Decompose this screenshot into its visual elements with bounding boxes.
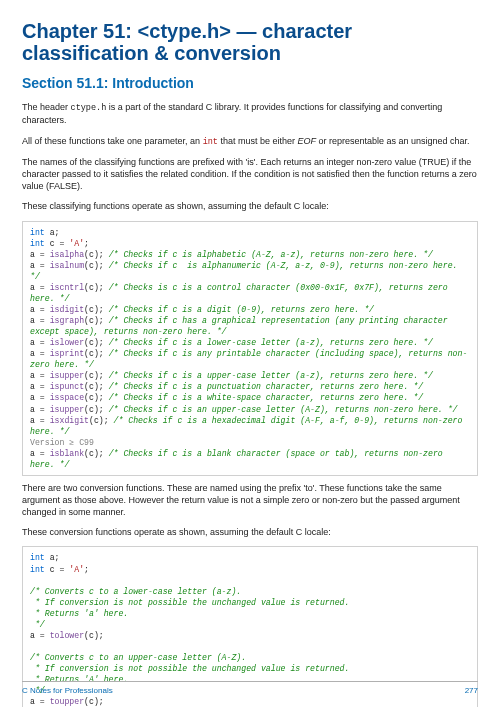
ctype-code: ctype.h [71, 103, 107, 113]
section-title: Section 51.1: Introduction [22, 74, 478, 93]
conv-para-2: These conversion functions operate as sh… [22, 526, 478, 538]
footer-left: C Notes for Professionals [22, 686, 113, 697]
page-footer: C Notes for Professionals 277 [22, 681, 478, 697]
intro-para-2: All of these functions take one paramete… [22, 135, 478, 148]
code-block-classify: int a; int c = 'A'; a = isalpha(c); /* C… [22, 221, 478, 476]
intro-para-4: These classifying functions operate as s… [22, 200, 478, 212]
intro-para-3: The names of the classifying functions a… [22, 156, 478, 192]
intro-para-1: The header ctype.h is a part of the stan… [22, 101, 478, 127]
chapter-title: Chapter 51: <ctype.h> — character classi… [22, 20, 478, 64]
int-keyword: int [203, 137, 218, 147]
footer-page: 277 [465, 686, 478, 697]
conv-para-1: There are two conversion functions. Thes… [22, 482, 478, 518]
